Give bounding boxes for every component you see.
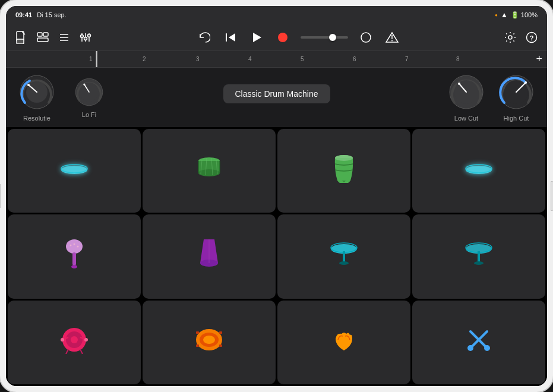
ruler-mark-5: 5	[301, 56, 304, 62]
pad-1[interactable]	[8, 129, 141, 213]
svg-point-61	[74, 244, 75, 245]
highcut-knob-group: High Cut	[497, 73, 535, 122]
pad-2[interactable]	[143, 129, 276, 213]
svg-point-59	[71, 265, 77, 268]
status-time: 09:41	[15, 11, 32, 18]
svg-point-54	[335, 155, 353, 161]
svg-rect-58	[72, 252, 76, 265]
pad-8-icon	[464, 242, 494, 271]
svg-line-77	[80, 349, 83, 354]
side-button-left[interactable]	[0, 184, 1, 208]
playhead	[96, 51, 97, 67]
pad-5[interactable]	[8, 214, 141, 298]
svg-rect-1	[17, 39, 24, 44]
mixer-button[interactable]	[77, 29, 94, 46]
volume-slider[interactable]	[301, 36, 348, 39]
pad-11[interactable]	[277, 301, 410, 384]
toolbar-left	[13, 29, 94, 46]
layout-button[interactable]	[34, 29, 51, 46]
lofi-knob-group: Lo Fi	[74, 77, 105, 118]
svg-point-29	[27, 84, 30, 86]
pad-12-icon	[464, 325, 493, 359]
svg-point-13	[88, 34, 91, 37]
svg-point-33	[83, 83, 85, 85]
add-track-button[interactable]: +	[536, 53, 542, 65]
resolutie-knob[interactable]	[18, 73, 56, 111]
ruler-mark-7: 7	[405, 56, 409, 62]
svg-point-37	[458, 83, 460, 85]
pad-2-icon	[196, 155, 222, 186]
svg-point-41	[524, 81, 527, 84]
record-button[interactable]	[274, 29, 291, 46]
rewind-button[interactable]	[222, 29, 239, 46]
svg-point-21	[391, 40, 393, 41]
svg-point-80	[61, 338, 64, 342]
pad-9-icon	[60, 325, 89, 359]
lofi-label: Lo Fi	[82, 111, 96, 118]
pad-12[interactable]	[412, 301, 545, 384]
timeline-ruler: 1 2 3 4 5 6 7 8 +	[6, 51, 547, 68]
pad-8[interactable]	[412, 214, 545, 298]
pad-10-icon	[194, 327, 224, 358]
status-date: Di 15 sep.	[37, 11, 67, 18]
svg-rect-3	[43, 33, 48, 36]
status-bar: 09:41 Di 15 sep. ● ▲ 🔋 100%	[6, 6, 547, 24]
wifi-icon: ▲	[501, 11, 508, 19]
lowcut-label: Low Cut	[454, 115, 478, 122]
svg-rect-87	[219, 331, 222, 334]
signal-dot-icon: ●	[495, 12, 498, 18]
svg-point-90	[467, 345, 473, 351]
pad-10[interactable]	[143, 301, 276, 384]
ruler-mark-2: 2	[143, 56, 146, 62]
pads-grid	[6, 127, 547, 386]
ipad-frame: 09:41 Di 15 sep. ● ▲ 🔋 100%	[0, 0, 553, 392]
lowcut-knob-group: Low Cut	[447, 73, 485, 122]
svg-point-92	[484, 345, 490, 351]
undo-button[interactable]	[196, 29, 213, 46]
knobs-right: Low Cut H	[447, 73, 535, 122]
list-button[interactable]	[56, 29, 72, 46]
settings-button[interactable]	[502, 29, 519, 46]
pad-3[interactable]	[277, 129, 410, 213]
svg-point-18	[361, 33, 371, 42]
highcut-label: High Cut	[504, 115, 529, 122]
document-button[interactable]	[13, 29, 30, 46]
svg-point-57	[66, 239, 83, 254]
svg-rect-4	[37, 38, 48, 42]
toolbar-center	[96, 29, 500, 46]
svg-point-22	[508, 36, 512, 39]
pad-7-icon	[329, 242, 359, 271]
svg-point-68	[339, 261, 349, 265]
pad-9[interactable]	[8, 301, 141, 384]
ruler-ticks	[6, 51, 547, 67]
ruler-mark-6: 6	[353, 56, 356, 62]
pad-5-icon	[64, 238, 85, 274]
pad-4[interactable]	[412, 129, 545, 213]
home-button[interactable]	[551, 181, 553, 211]
transport-button[interactable]	[384, 29, 400, 46]
svg-point-75	[71, 336, 78, 343]
status-icons: ● ▲ 🔋 100%	[495, 11, 538, 19]
svg-rect-88	[219, 344, 222, 347]
instrument-label: Classic Drum Machine	[223, 84, 330, 103]
svg-rect-86	[196, 344, 199, 347]
play-button[interactable]	[248, 29, 265, 46]
pad-7[interactable]	[277, 214, 410, 298]
pad-6[interactable]	[143, 214, 276, 298]
highcut-knob[interactable]	[497, 73, 535, 111]
help-button[interactable]: ?	[523, 29, 540, 46]
svg-point-81	[84, 338, 88, 342]
controls-area: Resolutie Lo Fi Classic Drum Machine	[6, 68, 547, 127]
screen: 09:41 Di 15 sep. ● ▲ 🔋 100%	[6, 6, 547, 386]
metronome-button[interactable]	[358, 29, 374, 46]
ruler-mark-3: 3	[196, 56, 200, 62]
svg-point-17	[278, 33, 287, 42]
pad-1-icon	[60, 159, 89, 184]
lofi-knob[interactable]	[74, 77, 105, 108]
svg-rect-2	[37, 33, 42, 36]
pad-4-icon	[464, 159, 493, 184]
svg-marker-15	[229, 33, 235, 42]
svg-point-72	[474, 261, 484, 265]
lowcut-knob[interactable]	[447, 73, 485, 111]
svg-point-84	[203, 336, 215, 344]
